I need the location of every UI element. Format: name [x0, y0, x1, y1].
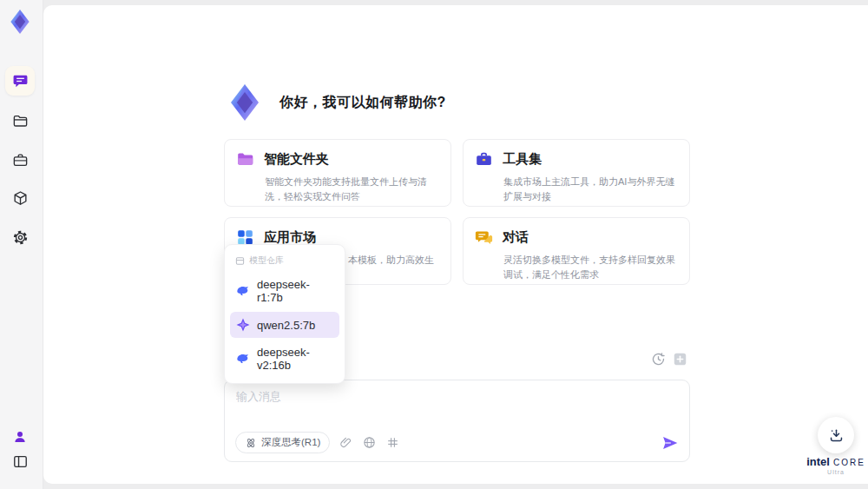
chat-actions: [651, 352, 687, 367]
input-toolbar: 深度思考(R1): [235, 432, 679, 453]
card-title: 工具集: [503, 151, 542, 168]
model-option-qwen[interactable]: qwen2.5:7b: [230, 312, 339, 338]
card-description: 灵活切换多模型文件，支持多样回复效果调试，满足个性化需求: [503, 253, 678, 282]
sidebar-item-settings[interactable]: [5, 222, 35, 252]
intel-core-text: CORE: [833, 458, 865, 467]
deep-think-toggle[interactable]: 深度思考(R1): [235, 432, 330, 453]
model-option-deepseek-v2[interactable]: deepseek-v2:16b: [230, 340, 339, 378]
sidebar-item-collapse[interactable]: [5, 446, 35, 476]
card-dialog[interactable]: 对话 灵活切换多模型文件，支持多样回复效果调试，满足个性化需求: [463, 217, 690, 285]
card-title: 对话: [503, 229, 529, 246]
new-chat-icon[interactable]: [673, 352, 687, 367]
intel-core-badge: intel CORE Ultra: [797, 455, 868, 475]
send-icon[interactable]: [661, 434, 679, 452]
grid-hash-icon[interactable]: [386, 436, 400, 450]
chat-icon: [12, 73, 29, 89]
sidebar: [0, 0, 43, 489]
sidebar-item-folders[interactable]: [5, 106, 35, 135]
app-screen: 你好，我可以如何帮助你? 智能文件夹 智能文件夹功能支持批量文件上传与清洗，轻松…: [0, 0, 868, 489]
globe-icon[interactable]: [363, 436, 377, 450]
attachment-icon[interactable]: [339, 436, 353, 450]
card-toolset[interactable]: 工具集 集成市场上主流工具，助力AI与外界无缝扩展与对接: [463, 139, 690, 207]
sidebar-item-toolbox[interactable]: [5, 145, 35, 175]
deep-think-label: 深度思考(R1): [261, 436, 320, 449]
chat-input-box: 深度思考(R1): [224, 380, 690, 462]
intel-ultra-text: Ultra: [797, 469, 868, 475]
greeting-block: 你好，我可以如何帮助你?: [224, 82, 446, 123]
model-option-deepseek-r1[interactable]: deepseek-r1:7b: [230, 272, 339, 310]
model-dropdown-header-label: 模型仓库: [249, 254, 284, 267]
card-description: 智能文件夹功能支持批量文件上传与清洗，轻松实现文件问答: [265, 175, 439, 204]
briefcase-icon: [475, 150, 493, 169]
card-description: 集成市场上主流工具，助力AI与外界无缝扩展与对接: [503, 175, 678, 204]
deepseek-whale-icon: [236, 352, 250, 366]
model-option-label: deepseek-r1:7b: [257, 278, 333, 304]
app-logo-icon[interactable]: [6, 8, 34, 36]
layout-panel-icon: [12, 453, 29, 470]
sidebar-item-chat[interactable]: [5, 66, 35, 96]
card-title: 智能文件夹: [264, 151, 329, 168]
download-button[interactable]: [818, 417, 854, 453]
gear-icon: [12, 229, 29, 246]
model-option-label: qwen2.5:7b: [257, 319, 315, 332]
message-input[interactable]: [236, 389, 670, 424]
card-smart-folder[interactable]: 智能文件夹 智能文件夹功能支持批量文件上传与清洗，轻松实现文件问答: [224, 139, 451, 207]
sidebar-item-apps[interactable]: [5, 183, 35, 213]
dialog-bubble-icon: [475, 228, 493, 247]
main-panel: 你好，我可以如何帮助你? 智能文件夹 智能文件夹功能支持批量文件上传与清洗，轻松…: [43, 5, 868, 484]
repo-icon: [235, 256, 245, 266]
qwen-icon: [236, 318, 250, 332]
model-dropdown: 模型仓库 deepseek-r1:7b qwen2.5:7b: [224, 244, 345, 384]
intel-brand-text: intel: [806, 455, 830, 468]
download-icon: [828, 427, 845, 444]
briefcase-icon: [12, 152, 29, 169]
app-logo-icon: [224, 82, 266, 123]
greeting-text: 你好，我可以如何帮助你?: [279, 94, 446, 112]
deepseek-whale-icon: [236, 284, 250, 298]
user-icon: [12, 429, 28, 445]
model-option-label: deepseek-v2:16b: [257, 346, 333, 372]
atom-icon: [245, 437, 257, 449]
cube-icon: [12, 190, 29, 207]
folder-icon: [236, 150, 254, 169]
history-icon[interactable]: [651, 352, 666, 367]
folder-icon: [12, 113, 29, 129]
model-dropdown-header: 模型仓库: [230, 250, 339, 270]
